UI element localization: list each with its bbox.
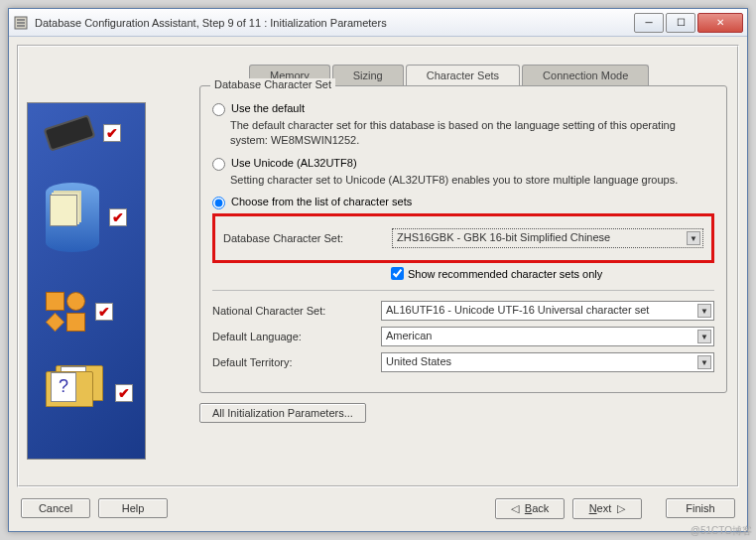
all-init-params-button[interactable]: All Initialization Parameters... bbox=[199, 403, 366, 423]
button-bar: Cancel Help ◁ Back Next ▷ Finish bbox=[17, 493, 739, 523]
close-button[interactable]: ✕ bbox=[697, 13, 743, 33]
show-recommended-checkbox[interactable] bbox=[391, 267, 404, 280]
chevron-down-icon: ▼ bbox=[697, 330, 711, 343]
db-charset-fieldset: Database Character Set Use the default T… bbox=[199, 85, 727, 393]
radio-label: Use the default bbox=[231, 102, 305, 114]
radio-label: Choose from the list of character sets bbox=[231, 196, 412, 207]
db-charset-select[interactable]: ZHS16GBK - GBK 16-bit Simplified Chinese… bbox=[392, 228, 703, 248]
minimize-button[interactable]: ─ bbox=[634, 13, 664, 33]
highlight-box: Database Character Set: ZHS16GBK - GBK 1… bbox=[212, 213, 714, 263]
step-icon-1: ✔ bbox=[46, 121, 93, 145]
svg-rect-3 bbox=[17, 25, 25, 27]
content-area: ✔ ✔ ✔ ✔ Memory Sizing bbox=[9, 37, 747, 531]
window-title: Database Configuration Assistant, Step 9… bbox=[35, 17, 632, 29]
national-charset-select[interactable]: AL16UTF16 - Unicode UTF-16 Universal cha… bbox=[381, 301, 714, 321]
maximize-button[interactable]: ☐ bbox=[666, 13, 695, 33]
tab-character-sets[interactable]: Character Sets bbox=[406, 65, 520, 85]
check-icon: ✔ bbox=[115, 384, 133, 402]
unicode-desc: Setting character set to Unicode (AL32UT… bbox=[230, 173, 714, 188]
tab-sizing[interactable]: Sizing bbox=[332, 65, 404, 85]
dialog-window: Database Configuration Assistant, Step 9… bbox=[8, 8, 748, 532]
cancel-button[interactable]: Cancel bbox=[21, 498, 90, 518]
fieldset-legend: Database Character Set bbox=[210, 78, 335, 90]
help-button[interactable]: Help bbox=[98, 498, 168, 518]
default-desc: The default character set for this datab… bbox=[230, 118, 714, 149]
wizard-sidebar: ✔ ✔ ✔ ✔ bbox=[27, 102, 146, 460]
chevron-down-icon: ▼ bbox=[687, 231, 700, 245]
tab-connection-mode[interactable]: Connection Mode bbox=[522, 65, 649, 85]
watermark: @51CTO博客 bbox=[691, 524, 752, 538]
show-recommended-label: Show recommended character sets only bbox=[408, 268, 602, 280]
title-bar[interactable]: Database Configuration Assistant, Step 9… bbox=[9, 9, 747, 37]
national-charset-label: National Character Set: bbox=[212, 305, 381, 317]
svg-rect-2 bbox=[17, 22, 25, 24]
finish-button[interactable]: Finish bbox=[666, 498, 735, 518]
radio-label: Use Unicode (AL32UTF8) bbox=[231, 157, 357, 169]
default-territory-label: Default Territory: bbox=[212, 356, 381, 368]
default-language-select[interactable]: American ▼ bbox=[381, 327, 714, 346]
radio-choose-list[interactable] bbox=[212, 197, 225, 209]
svg-rect-1 bbox=[17, 19, 25, 21]
chevron-down-icon: ▼ bbox=[697, 304, 711, 318]
default-territory-select[interactable]: United States ▼ bbox=[381, 352, 714, 372]
radio-use-unicode[interactable] bbox=[212, 158, 225, 171]
radio-use-default[interactable] bbox=[212, 103, 225, 116]
check-icon: ✔ bbox=[109, 208, 127, 226]
check-icon: ✔ bbox=[103, 124, 121, 142]
db-charset-label: Database Character Set: bbox=[223, 232, 392, 244]
back-button[interactable]: ◁ Back bbox=[495, 498, 565, 519]
default-language-label: Default Language: bbox=[212, 331, 381, 342]
step-icon-4: ✔ bbox=[46, 371, 105, 415]
inner-panel: ✔ ✔ ✔ ✔ Memory Sizing bbox=[17, 45, 739, 487]
check-icon: ✔ bbox=[95, 303, 113, 321]
chevron-down-icon: ▼ bbox=[697, 355, 711, 369]
step-icon-2: ✔ bbox=[46, 183, 99, 252]
step-icon-3: ✔ bbox=[46, 292, 85, 332]
next-button[interactable]: Next ▷ bbox=[572, 498, 642, 519]
app-icon bbox=[13, 15, 29, 31]
